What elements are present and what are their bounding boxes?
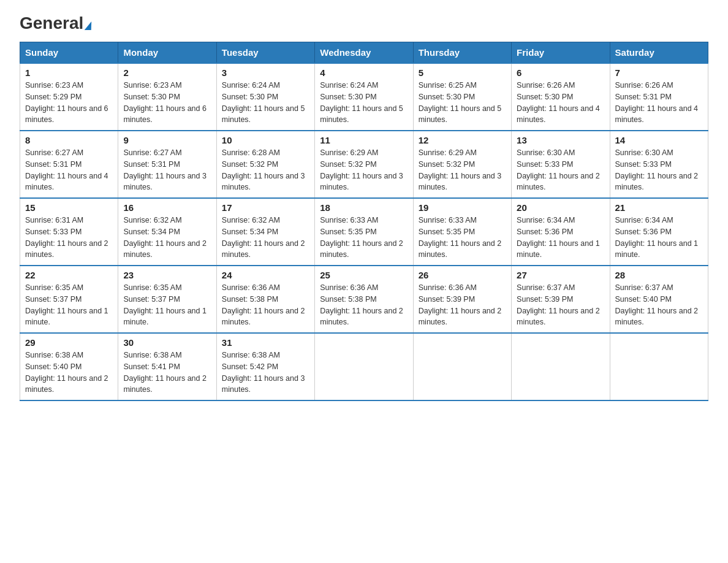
- day-number: 23: [123, 270, 211, 280]
- col-header-thursday: Thursday: [413, 42, 511, 64]
- page-header: General: [20, 15, 708, 29]
- day-number: 16: [123, 202, 211, 213]
- day-info: Sunrise: 6:23 AM Sunset: 5:30 PM Dayligh…: [123, 80, 211, 126]
- col-header-monday: Monday: [118, 42, 216, 64]
- day-cell: 24 Sunrise: 6:36 AM Sunset: 5:38 PM Dayl…: [216, 266, 314, 333]
- day-number: 12: [419, 135, 506, 145]
- day-cell: 12 Sunrise: 6:29 AM Sunset: 5:32 PM Dayl…: [413, 131, 511, 198]
- day-info: Sunrise: 6:33 AM Sunset: 5:35 PM Dayligh…: [419, 215, 506, 261]
- day-number: 9: [123, 135, 211, 145]
- col-header-saturday: Saturday: [610, 42, 708, 64]
- calendar-body: 1 Sunrise: 6:23 AM Sunset: 5:29 PM Dayli…: [20, 63, 708, 400]
- day-number: 3: [222, 67, 309, 78]
- calendar-header: SundayMondayTuesdayWednesdayThursdayFrid…: [20, 42, 708, 64]
- day-number: 25: [320, 270, 408, 280]
- day-info: Sunrise: 6:26 AM Sunset: 5:31 PM Dayligh…: [615, 80, 703, 126]
- day-info: Sunrise: 6:32 AM Sunset: 5:34 PM Dayligh…: [123, 215, 211, 261]
- day-info: Sunrise: 6:29 AM Sunset: 5:32 PM Dayligh…: [320, 147, 408, 193]
- day-number: 14: [615, 135, 703, 145]
- day-info: Sunrise: 6:24 AM Sunset: 5:30 PM Dayligh…: [222, 80, 309, 126]
- day-cell: [610, 333, 708, 400]
- day-number: 4: [320, 67, 408, 78]
- day-number: 13: [517, 135, 604, 145]
- day-info: Sunrise: 6:34 AM Sunset: 5:36 PM Dayligh…: [615, 215, 703, 261]
- day-number: 27: [517, 270, 604, 280]
- day-number: 21: [615, 202, 703, 213]
- day-cell: [315, 333, 413, 400]
- day-number: 8: [25, 135, 113, 145]
- day-cell: 28 Sunrise: 6:37 AM Sunset: 5:40 PM Dayl…: [610, 266, 708, 333]
- day-cell: 21 Sunrise: 6:34 AM Sunset: 5:36 PM Dayl…: [610, 198, 708, 266]
- day-info: Sunrise: 6:24 AM Sunset: 5:30 PM Dayligh…: [320, 80, 408, 126]
- day-info: Sunrise: 6:27 AM Sunset: 5:31 PM Dayligh…: [123, 147, 211, 193]
- day-number: 18: [320, 202, 408, 213]
- day-cell: 4 Sunrise: 6:24 AM Sunset: 5:30 PM Dayli…: [315, 63, 413, 131]
- day-number: 28: [615, 270, 703, 280]
- day-info: Sunrise: 6:29 AM Sunset: 5:32 PM Dayligh…: [419, 147, 506, 193]
- day-number: 24: [222, 270, 309, 280]
- day-number: 19: [419, 202, 506, 213]
- day-info: Sunrise: 6:38 AM Sunset: 5:40 PM Dayligh…: [25, 350, 113, 396]
- day-info: Sunrise: 6:23 AM Sunset: 5:29 PM Dayligh…: [25, 80, 113, 126]
- day-cell: [413, 333, 511, 400]
- day-cell: 13 Sunrise: 6:30 AM Sunset: 5:33 PM Dayl…: [512, 131, 610, 198]
- day-info: Sunrise: 6:38 AM Sunset: 5:41 PM Dayligh…: [123, 350, 211, 396]
- week-row-1: 1 Sunrise: 6:23 AM Sunset: 5:29 PM Dayli…: [20, 63, 708, 131]
- day-info: Sunrise: 6:33 AM Sunset: 5:35 PM Dayligh…: [320, 215, 408, 261]
- day-number: 20: [517, 202, 604, 213]
- logo: General: [20, 15, 92, 29]
- day-info: Sunrise: 6:27 AM Sunset: 5:31 PM Dayligh…: [25, 147, 113, 193]
- day-cell: 6 Sunrise: 6:26 AM Sunset: 5:30 PM Dayli…: [512, 63, 610, 131]
- day-cell: 26 Sunrise: 6:36 AM Sunset: 5:39 PM Dayl…: [413, 266, 511, 333]
- day-info: Sunrise: 6:38 AM Sunset: 5:42 PM Dayligh…: [222, 350, 309, 396]
- day-info: Sunrise: 6:26 AM Sunset: 5:30 PM Dayligh…: [517, 80, 604, 126]
- day-cell: 23 Sunrise: 6:35 AM Sunset: 5:37 PM Dayl…: [118, 266, 216, 333]
- day-number: 29: [25, 337, 113, 348]
- day-info: Sunrise: 6:32 AM Sunset: 5:34 PM Dayligh…: [222, 215, 309, 261]
- week-row-5: 29 Sunrise: 6:38 AM Sunset: 5:40 PM Dayl…: [20, 333, 708, 400]
- day-cell: [512, 333, 610, 400]
- day-cell: 30 Sunrise: 6:38 AM Sunset: 5:41 PM Dayl…: [118, 333, 216, 400]
- day-cell: 11 Sunrise: 6:29 AM Sunset: 5:32 PM Dayl…: [315, 131, 413, 198]
- day-info: Sunrise: 6:35 AM Sunset: 5:37 PM Dayligh…: [123, 282, 211, 328]
- day-cell: 22 Sunrise: 6:35 AM Sunset: 5:37 PM Dayl…: [20, 266, 118, 333]
- day-info: Sunrise: 6:28 AM Sunset: 5:32 PM Dayligh…: [222, 147, 309, 193]
- day-number: 7: [615, 67, 703, 78]
- day-cell: 3 Sunrise: 6:24 AM Sunset: 5:30 PM Dayli…: [216, 63, 314, 131]
- calendar-table: SundayMondayTuesdayWednesdayThursdayFrid…: [20, 42, 708, 401]
- day-cell: 27 Sunrise: 6:37 AM Sunset: 5:39 PM Dayl…: [512, 266, 610, 333]
- day-number: 31: [222, 337, 309, 348]
- col-header-sunday: Sunday: [20, 42, 118, 64]
- day-number: 5: [419, 67, 506, 78]
- col-header-wednesday: Wednesday: [315, 42, 413, 64]
- day-cell: 18 Sunrise: 6:33 AM Sunset: 5:35 PM Dayl…: [315, 198, 413, 266]
- day-info: Sunrise: 6:35 AM Sunset: 5:37 PM Dayligh…: [25, 282, 113, 328]
- day-info: Sunrise: 6:37 AM Sunset: 5:40 PM Dayligh…: [615, 282, 703, 328]
- day-cell: 9 Sunrise: 6:27 AM Sunset: 5:31 PM Dayli…: [118, 131, 216, 198]
- logo-name: General: [20, 15, 92, 32]
- day-cell: 31 Sunrise: 6:38 AM Sunset: 5:42 PM Dayl…: [216, 333, 314, 400]
- col-header-tuesday: Tuesday: [216, 42, 314, 64]
- week-row-4: 22 Sunrise: 6:35 AM Sunset: 5:37 PM Dayl…: [20, 266, 708, 333]
- day-number: 22: [25, 270, 113, 280]
- day-cell: 2 Sunrise: 6:23 AM Sunset: 5:30 PM Dayli…: [118, 63, 216, 131]
- day-info: Sunrise: 6:37 AM Sunset: 5:39 PM Dayligh…: [517, 282, 604, 328]
- day-number: 15: [25, 202, 113, 213]
- day-cell: 8 Sunrise: 6:27 AM Sunset: 5:31 PM Dayli…: [20, 131, 118, 198]
- day-info: Sunrise: 6:36 AM Sunset: 5:38 PM Dayligh…: [222, 282, 309, 328]
- day-cell: 1 Sunrise: 6:23 AM Sunset: 5:29 PM Dayli…: [20, 63, 118, 131]
- day-number: 2: [123, 67, 211, 78]
- week-row-2: 8 Sunrise: 6:27 AM Sunset: 5:31 PM Dayli…: [20, 131, 708, 198]
- day-cell: 19 Sunrise: 6:33 AM Sunset: 5:35 PM Dayl…: [413, 198, 511, 266]
- day-cell: 5 Sunrise: 6:25 AM Sunset: 5:30 PM Dayli…: [413, 63, 511, 131]
- col-header-friday: Friday: [512, 42, 610, 64]
- day-cell: 17 Sunrise: 6:32 AM Sunset: 5:34 PM Dayl…: [216, 198, 314, 266]
- day-info: Sunrise: 6:25 AM Sunset: 5:30 PM Dayligh…: [419, 80, 506, 126]
- day-cell: 25 Sunrise: 6:36 AM Sunset: 5:38 PM Dayl…: [315, 266, 413, 333]
- day-info: Sunrise: 6:30 AM Sunset: 5:33 PM Dayligh…: [615, 147, 703, 193]
- day-info: Sunrise: 6:30 AM Sunset: 5:33 PM Dayligh…: [517, 147, 604, 193]
- day-info: Sunrise: 6:34 AM Sunset: 5:36 PM Dayligh…: [517, 215, 604, 261]
- day-cell: 7 Sunrise: 6:26 AM Sunset: 5:31 PM Dayli…: [610, 63, 708, 131]
- day-cell: 10 Sunrise: 6:28 AM Sunset: 5:32 PM Dayl…: [216, 131, 314, 198]
- day-info: Sunrise: 6:36 AM Sunset: 5:38 PM Dayligh…: [320, 282, 408, 328]
